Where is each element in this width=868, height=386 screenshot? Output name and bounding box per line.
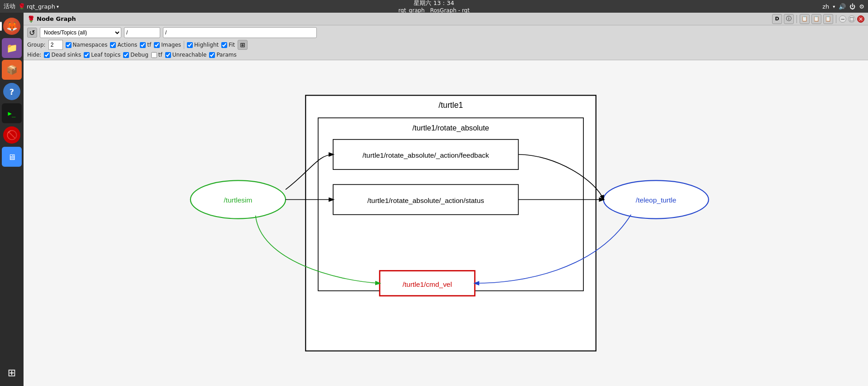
dock-item-help[interactable]: ?: [2, 82, 22, 101]
fit-icon-button[interactable]: ⊞: [238, 40, 248, 50]
unreachable-checkbox-label[interactable]: Unreachable: [165, 52, 207, 58]
dock-item-remmina[interactable]: 🖥: [2, 147, 22, 167]
filter1-input[interactable]: [124, 27, 160, 38]
group-spinner[interactable]: [48, 40, 63, 50]
icon2-button[interactable]: 📋: [811, 14, 821, 24]
debug-checkbox[interactable]: [123, 52, 129, 58]
refresh-icon: ↺: [29, 29, 35, 37]
feedback-label: /turtle1/rotate_absolute/_action/feedbac…: [362, 151, 489, 159]
namespaces-checkbox-label[interactable]: Namespaces: [66, 42, 108, 48]
namespaces-checkbox[interactable]: [66, 42, 72, 48]
highlight-checkbox[interactable]: [187, 42, 193, 48]
locale-indicator[interactable]: zh: [822, 3, 829, 10]
dock-item-files[interactable]: 📁: [2, 38, 22, 58]
dead-sinks-checkbox[interactable]: [44, 52, 50, 58]
app-indicator[interactable]: 🌹 rqt_graph ▾: [18, 3, 59, 10]
params-checkbox-label[interactable]: Params: [209, 52, 236, 58]
topic-filter-dropdown[interactable]: Nodes/Topics (all): [40, 27, 121, 38]
graph-svg: /turtle1 /turtle1/rotate_absolute /turtl…: [24, 60, 868, 386]
highlight-checkbox-label[interactable]: Highlight: [187, 42, 219, 48]
dock-item-firefox[interactable]: 🦊: [2, 16, 22, 36]
separator: [796, 15, 797, 23]
leaf-topics-checkbox-label[interactable]: Leaf topics: [84, 52, 120, 58]
window-icon: 🌹: [27, 15, 35, 23]
group-label: Group:: [27, 42, 46, 48]
terminal-icon: ▶_: [8, 110, 16, 117]
icon1-button[interactable]: 📋: [800, 14, 810, 24]
leaf-topics-checkbox[interactable]: [84, 52, 90, 58]
main-window: 🌹 Node Graph D ⓘ 📋 📋 📋 − □ × ↺ Nodes/Top…: [24, 13, 868, 386]
filter2-input[interactable]: [163, 27, 317, 38]
turtlesim-label: /turtlesim: [224, 196, 253, 204]
files-icon: 📁: [6, 43, 18, 53]
rotate-absolute-label: /turtle1/rotate_absolute: [412, 124, 489, 132]
install-icon: 📦: [6, 64, 18, 75]
datetime: 星期六 13：34: [398, 0, 469, 7]
activities-button[interactable]: 活动: [4, 2, 15, 10]
images-checkbox-label[interactable]: Images: [154, 42, 181, 48]
top-bar-center: 星期六 13：34 rqt_graph__RosGraph - rqt: [398, 0, 469, 14]
toolbar: ↺ Nodes/Topics (all) Group: Namespaces A…: [24, 25, 868, 60]
tf-hide-checkbox-label[interactable]: tf: [151, 52, 162, 58]
graph-area[interactable]: /turtle1 /turtle1/rotate_absolute /turtl…: [24, 60, 868, 386]
turtle1-label: /turtle1: [439, 101, 463, 110]
settings-icon[interactable]: ⚙: [859, 3, 864, 10]
top-bar-right: zh ▾ 🔊 ⏻ ⚙: [822, 3, 864, 10]
dock-item-terminal[interactable]: ▶_: [2, 103, 22, 123]
images-checkbox[interactable]: [154, 42, 160, 48]
dock-item-grid[interactable]: ⊞: [2, 362, 22, 382]
cmd-vel-label: /turtle1/cmd_vel: [402, 280, 452, 288]
tf-hide-checkbox[interactable]: [151, 52, 157, 58]
window-title: Node Graph: [37, 15, 76, 22]
actions-checkbox-label[interactable]: Actions: [110, 42, 137, 48]
actions-checkbox[interactable]: [110, 42, 116, 48]
fit-checkbox-label[interactable]: Fit: [221, 42, 235, 48]
dead-sinks-checkbox-label[interactable]: Dead sinks: [44, 52, 81, 58]
close-button[interactable]: ×: [857, 15, 864, 23]
fit-checkbox[interactable]: [221, 42, 227, 48]
teleop-turtle-label: /teleop_turtle: [636, 196, 676, 204]
toolbar-row-3: Hide: Dead sinks Leaf topics Debug tf Un…: [27, 52, 864, 58]
debug-checkbox-label[interactable]: Debug: [123, 52, 148, 58]
minimize-button[interactable]: −: [839, 15, 846, 23]
d-button[interactable]: D: [772, 14, 782, 24]
separator2: [836, 15, 836, 23]
params-checkbox[interactable]: [209, 52, 215, 58]
remmina-icon: 🖥: [8, 152, 16, 162]
locale-chevron: ▾: [833, 4, 835, 9]
dock: 🦊 📁 📦 ? ▶_ 🚫 🖥 ⊞: [0, 13, 24, 386]
top-right-icons: D ⓘ 📋 📋 📋 − □ ×: [772, 14, 864, 24]
hide-label: Hide:: [27, 52, 41, 58]
maximize-button[interactable]: □: [848, 15, 855, 23]
icon3-button[interactable]: 📋: [823, 14, 833, 24]
window-titlebar: 🌹 Node Graph D ⓘ 📋 📋 📋 − □ ×: [24, 13, 868, 25]
unreachable-checkbox[interactable]: [165, 52, 171, 58]
refresh-button[interactable]: ↺: [27, 28, 37, 38]
tf-checkbox-label[interactable]: tf: [140, 42, 151, 48]
tf-checkbox[interactable]: [140, 42, 146, 48]
dock-item-install[interactable]: 📦: [2, 60, 22, 80]
toolbar-row-2: Group: Namespaces Actions tf Images Hi: [27, 40, 864, 50]
toolbar-row-1: ↺ Nodes/Topics (all): [27, 27, 864, 38]
status-label: /turtle1/rotate_absolute/_action/status: [367, 197, 484, 204]
dock-item-stop[interactable]: 🚫: [2, 125, 22, 145]
info-button[interactable]: ⓘ: [784, 14, 794, 24]
sound-icon[interactable]: 🔊: [839, 3, 846, 10]
toolbar-separator: [184, 41, 184, 49]
power-icon[interactable]: ⏻: [849, 3, 855, 10]
top-bar: 活动 🌹 rqt_graph ▾ 星期六 13：34 rqt_graph__Ro…: [0, 0, 868, 13]
grid-icon: ⊞: [8, 367, 16, 378]
